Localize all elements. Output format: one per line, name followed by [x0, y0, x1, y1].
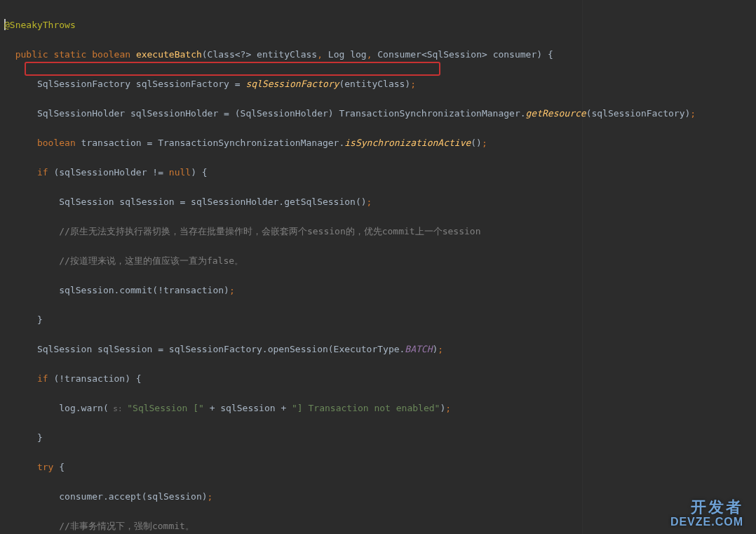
keyword: static	[53, 49, 86, 60]
semicolon: ;	[690, 108, 696, 119]
code-text: {	[53, 462, 65, 472]
code-text: (sqlSessionFactory)	[586, 108, 691, 119]
semicolon: ;	[410, 79, 416, 89]
semicolon: ;	[445, 403, 451, 413]
static-call: sqlSessionFactory	[245, 79, 339, 89]
enum-constant: BATCH	[405, 344, 432, 354]
code-line[interactable]: //原生无法支持执行器切换，当存在批量操作时，会嵌套两个session的，优先c…	[4, 224, 756, 239]
static-call: getResource	[526, 108, 586, 119]
code-line[interactable]: SqlSessionFactory sqlSessionFactory = sq…	[4, 76, 756, 91]
semicolon: ;	[482, 138, 487, 148]
code-text: + sqlSession +	[204, 403, 292, 413]
code-line[interactable]: if (!transaction) {	[4, 371, 756, 386]
code-line[interactable]: //非事务情况下，强制commit。	[4, 519, 756, 533]
code-line[interactable]: try {	[4, 460, 756, 474]
params: Log log	[323, 49, 367, 60]
string: "] Transaction not enabled"	[292, 403, 440, 413]
code-line[interactable]: //按道理来说，这里的值应该一直为false。	[4, 253, 756, 268]
brace: }	[37, 432, 43, 443]
string: "SqlSession ["	[127, 403, 204, 413]
code-editor[interactable]: @SneakyThrows public static boolean exec…	[0, 0, 756, 534]
brace: }	[37, 314, 43, 325]
keyword: null	[169, 167, 191, 178]
code-text: ) {	[191, 167, 207, 178]
comma: ,	[317, 49, 323, 60]
static-call: isSynchronizationActive	[344, 138, 471, 148]
code-line[interactable]: sqlSession.commit(!transaction);	[4, 283, 756, 298]
code-line[interactable]: consumer.accept(sqlSession);	[4, 489, 756, 504]
keyword: if	[37, 167, 48, 178]
code-line[interactable]: public static boolean executeBatch(Class…	[4, 47, 756, 62]
code-text: SqlSession sqlSession = sqlSessionHolder…	[59, 196, 366, 207]
semicolon: ;	[367, 196, 372, 207]
code-text: ()	[471, 138, 482, 148]
code-line[interactable]: }	[4, 312, 756, 327]
params: Consumer<SqlSession> consumer) {	[372, 49, 553, 60]
code-text: SqlSessionFactory sqlSessionFactory =	[37, 79, 245, 89]
annotation: @SneakyThrows	[4, 20, 76, 30]
code-text: (entityClass)	[339, 79, 410, 89]
semicolon: ;	[438, 344, 443, 354]
semicolon: ;	[208, 491, 213, 502]
code-text: SqlSessionHolder sqlSessionHolder = (Sql…	[37, 108, 526, 119]
comment: //按道理来说，这里的值应该一直为false。	[59, 255, 243, 266]
keyword: boolean	[37, 138, 76, 148]
code-text: (sqlSessionHolder !=	[48, 167, 169, 178]
keyword: public	[15, 49, 48, 60]
code-line[interactable]: log.warn( s: "SqlSession [" + sqlSession…	[4, 401, 756, 415]
method-name: executeBatch	[136, 49, 202, 60]
code-text: transaction = TransactionSynchronization…	[76, 138, 345, 148]
keyword: try	[37, 462, 53, 472]
code-line[interactable]: }	[4, 430, 756, 445]
keyword: boolean	[92, 49, 130, 60]
comment: //非事务情况下，强制commit。	[59, 521, 194, 531]
code-line[interactable]: if (sqlSessionHolder != null) {	[4, 165, 756, 180]
code-line[interactable]: boolean transaction = TransactionSynchro…	[4, 135, 756, 150]
code-line[interactable]: @SneakyThrows	[4, 18, 756, 32]
semicolon: ;	[229, 285, 235, 295]
code-line[interactable]: SqlSession sqlSession = sqlSessionFactor…	[4, 342, 756, 356]
code-line[interactable]: SqlSessionHolder sqlSessionHolder = (Sql…	[4, 106, 756, 121]
code-text: (!transaction) {	[48, 373, 142, 384]
code-text: sqlSession.commit(!transaction)	[59, 285, 229, 295]
code-line[interactable]: SqlSession sqlSession = sqlSessionHolder…	[4, 194, 756, 209]
code-text: consumer.accept(sqlSession)	[59, 491, 207, 502]
code-text: SqlSession sqlSession = sqlSessionFactor…	[37, 344, 405, 354]
comment: //原生无法支持执行器切换，当存在批量操作时，会嵌套两个session的，优先c…	[59, 226, 480, 236]
code-text: log.warn(	[59, 403, 108, 413]
params: (Class<?> entityClass	[202, 49, 317, 60]
keyword: if	[37, 373, 48, 384]
param-hint: s:	[109, 404, 128, 413]
